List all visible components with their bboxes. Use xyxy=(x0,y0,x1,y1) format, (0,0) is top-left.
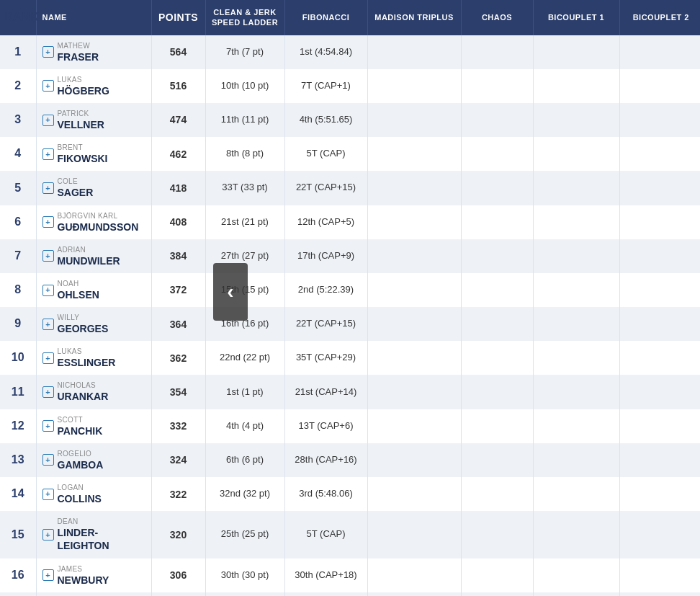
expand-button[interactable]: + xyxy=(42,216,54,228)
bicouplet2-cell xyxy=(619,69,700,103)
bicouplet1-cell xyxy=(533,409,619,443)
athlete-first-name: MATHEW xyxy=(58,41,99,50)
table-row: 5 + COLE SAGER 41833T (33 pt)22T (CAP+15… xyxy=(0,171,700,205)
col-header-points: POINTS xyxy=(151,0,205,35)
expand-button[interactable]: + xyxy=(42,319,54,330)
rank-cell: 5 xyxy=(0,171,36,205)
points-cell: 362 xyxy=(151,341,205,375)
rank-cell: 2 xyxy=(0,69,36,103)
expand-button[interactable]: + xyxy=(42,182,54,194)
athlete-first-name: PATRICK xyxy=(58,109,104,118)
rank-cell: 1 xyxy=(0,35,36,69)
bicouplet1-cell xyxy=(533,341,619,375)
table-row: 6 + BJÖRGVIN KARL GUÐMUNDSSON 40821st (2… xyxy=(0,205,700,239)
table-row: 3 + PATRICK VELLNER 47411th (11 pt)4th (… xyxy=(0,103,700,137)
expand-button[interactable]: + xyxy=(42,148,54,160)
bicouplet1-cell xyxy=(533,69,619,103)
rank-cell: 9 xyxy=(0,307,36,341)
bicouplet2-cell xyxy=(619,205,700,239)
bicouplet1-cell xyxy=(533,137,619,171)
rank-cell: 3 xyxy=(0,103,36,137)
expand-button[interactable]: + xyxy=(42,250,54,262)
fibonacci-cell: 1st (4:54.84) xyxy=(284,35,367,69)
madison-cell xyxy=(367,273,461,307)
athlete-first-name: ADRIAN xyxy=(58,245,120,254)
bicouplet2-cell xyxy=(619,409,700,443)
expand-button[interactable]: + xyxy=(42,80,54,92)
bicouplet2-cell xyxy=(619,375,700,409)
name-cell: + BEN SMITH xyxy=(36,592,151,596)
header-row: RANK NAME POINTS CLEAN & JERK SPEED LADD… xyxy=(0,0,700,35)
points-cell: 418 xyxy=(151,171,205,205)
expand-button[interactable]: + xyxy=(42,352,54,364)
athlete-first-name: SCOTT xyxy=(58,415,103,424)
chaos-cell xyxy=(461,307,533,341)
table-row: 11 + NICHOLAS URANKAR 3541st (1 pt)21st … xyxy=(0,375,700,409)
points-cell: 474 xyxy=(151,103,205,137)
back-nav-button[interactable]: ‹ xyxy=(213,263,248,321)
chaos-cell xyxy=(461,443,533,477)
madison-cell xyxy=(367,592,461,596)
athlete-last-name: FRASER xyxy=(58,50,99,63)
madison-cell xyxy=(367,307,461,341)
expand-button[interactable]: + xyxy=(42,386,54,398)
athlete-last-name: GEORGES xyxy=(58,322,109,335)
rank-cell: 10 xyxy=(0,341,36,375)
expand-button[interactable]: + xyxy=(42,285,54,296)
chaos-cell xyxy=(461,477,533,511)
cjsl-cell: 22nd (22 pt) xyxy=(205,341,284,375)
name-cell: + BJÖRGVIN KARL GUÐMUNDSSON xyxy=(36,205,151,239)
fibonacci-cell: 5T (CAP) xyxy=(284,511,367,558)
bicouplet2-cell xyxy=(619,477,700,511)
athlete-first-name: BJÖRGVIN KARL xyxy=(58,211,139,221)
points-cell: 384 xyxy=(151,239,205,273)
athlete-last-name: HÖGBERG xyxy=(58,84,109,97)
points-cell: 332 xyxy=(151,409,205,443)
name-cell: + NICHOLAS URANKAR xyxy=(36,375,151,409)
bicouplet1-cell xyxy=(533,375,619,409)
athlete-first-name: LUKAS xyxy=(58,75,109,84)
athlete-last-name: URANKAR xyxy=(58,390,109,403)
madison-cell xyxy=(367,443,461,477)
expand-button[interactable]: + xyxy=(42,529,54,541)
bicouplet2-cell xyxy=(619,171,700,205)
fibonacci-cell: 28th (CAP+16) xyxy=(284,443,367,477)
bicouplet1-cell xyxy=(533,35,619,69)
bicouplet2-cell xyxy=(619,103,700,137)
points-cell: 320 xyxy=(151,511,205,558)
expand-button[interactable]: + xyxy=(42,569,54,581)
athlete-last-name: COLLINS xyxy=(58,492,102,505)
chaos-cell xyxy=(461,511,533,558)
athlete-first-name: NICHOLAS xyxy=(58,381,109,390)
name-cell: + DEAN LINDER-LEIGHTON xyxy=(36,511,151,558)
expand-button[interactable]: + xyxy=(42,46,54,58)
points-cell: 324 xyxy=(151,443,205,477)
bicouplet1-cell xyxy=(533,239,619,273)
bicouplet1-cell xyxy=(533,559,619,592)
expand-button[interactable]: + xyxy=(42,454,54,466)
athlete-first-name: JAMES xyxy=(58,564,109,574)
chaos-cell xyxy=(461,171,533,205)
athlete-first-name: LOGAN xyxy=(58,483,102,492)
chaos-cell xyxy=(461,103,533,137)
chaos-cell xyxy=(461,375,533,409)
name-cell: + LOGAN COLLINS xyxy=(36,477,151,511)
points-cell: 564 xyxy=(151,35,205,69)
expand-button[interactable]: + xyxy=(42,420,54,432)
bicouplet1-cell xyxy=(533,477,619,511)
points-cell: 354 xyxy=(151,375,205,409)
athlete-first-name: COLE xyxy=(58,177,94,186)
table-row: 12 + SCOTT PANCHIK 3324th (4 pt)13T (CAP… xyxy=(0,409,700,443)
col-header-fibonacci: FIBONACCI xyxy=(284,0,367,35)
col-header-bicouplet1: BICOUPLET 1 xyxy=(533,0,619,35)
chaos-cell xyxy=(461,137,533,171)
expand-button[interactable]: + xyxy=(42,489,54,500)
chaos-cell xyxy=(461,69,533,103)
madison-cell xyxy=(367,205,461,239)
cjsl-cell: 7th (7 pt) xyxy=(205,35,284,69)
cjsl-cell: 10th (10 pt) xyxy=(205,69,284,103)
fibonacci-cell: 12th (CAP+5) xyxy=(284,205,367,239)
cjsl-cell: 8th (8 pt) xyxy=(205,137,284,171)
chaos-cell xyxy=(461,341,533,375)
expand-button[interactable]: + xyxy=(42,115,54,126)
